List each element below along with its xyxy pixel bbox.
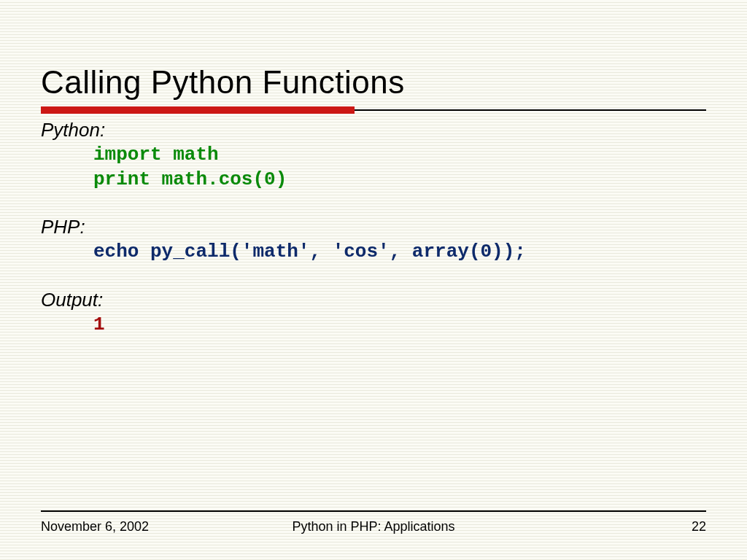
rule-thin (355, 109, 706, 111)
python-code-line-2: print math.cos(0) (93, 168, 706, 192)
rule-accent (41, 106, 355, 114)
slide-content: Calling Python Functions Python: import … (41, 64, 706, 338)
python-label: Python: (41, 118, 706, 143)
slide-footer: November 6, 2002 Python in PHP: Applicat… (41, 519, 706, 534)
slide-title: Calling Python Functions (41, 64, 706, 101)
php-label: PHP: (41, 215, 706, 240)
slide-body: Python: import math print math.cos(0) PH… (41, 118, 706, 338)
footer-rule (41, 510, 706, 512)
footer-page: 22 (692, 519, 706, 534)
php-code-line: echo py_call('math', 'cos', array(0)); (93, 240, 706, 265)
output-value: 1 (93, 313, 706, 338)
title-rule (41, 106, 706, 114)
footer-date: November 6, 2002 (41, 519, 149, 534)
python-code-line-1: import math (93, 143, 706, 168)
output-label: Output: (41, 288, 706, 313)
